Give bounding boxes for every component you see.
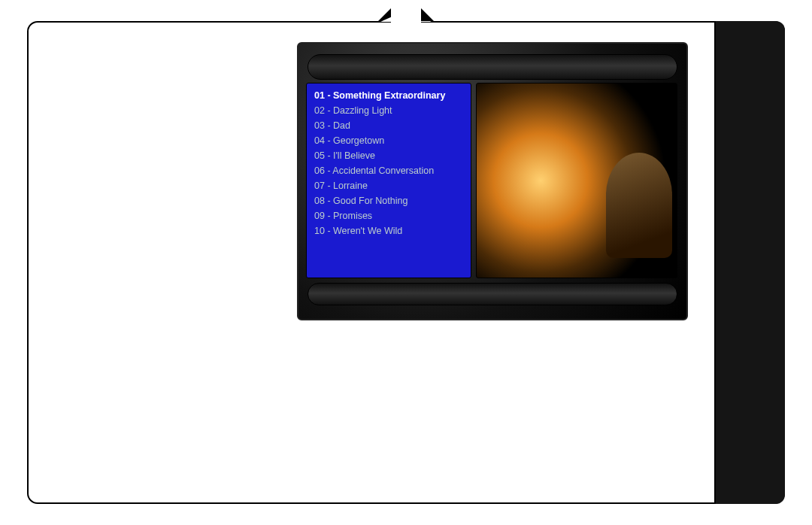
track-row: 06 - Accidental Conversation — [313, 163, 465, 178]
track-row: 03 - Dad — [313, 118, 465, 133]
track-row: 05 - I'll Believe — [313, 148, 465, 163]
page-content: 01 - Something Extraordinary02 - Dazzlin… — [27, 21, 785, 504]
cover-figure — [606, 153, 672, 258]
sidebar — [714, 21, 785, 504]
player-title-bar — [308, 54, 677, 80]
track-row: 02 - Dazzling Light — [313, 103, 465, 118]
track-row: 04 - Georgetown — [313, 133, 465, 148]
music-player-screenshot: 01 - Something Extraordinary02 - Dazzlin… — [297, 42, 688, 320]
track-list: 01 - Something Extraordinary02 - Dazzlin… — [306, 83, 471, 278]
track-row: 10 - Weren't We Wild — [313, 223, 465, 238]
track-row: 07 - Lorraine — [313, 178, 465, 193]
track-row: 08 - Good For Nothing — [313, 193, 465, 208]
track-row: 01 - Something Extraordinary — [313, 88, 465, 103]
text-column — [27, 21, 294, 504]
figure-column: 01 - Something Extraordinary02 - Dazzlin… — [294, 21, 714, 504]
player-artist-bar — [308, 283, 677, 305]
album-cover — [476, 83, 677, 278]
track-row: 09 - Promises — [313, 208, 465, 223]
